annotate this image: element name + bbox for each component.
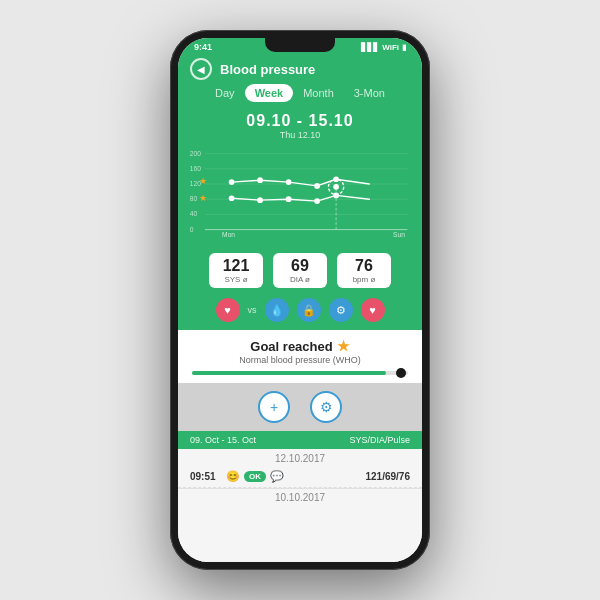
- svg-point-20: [257, 197, 263, 203]
- ok-badge: OK: [244, 471, 266, 482]
- star-icon: ★: [337, 338, 350, 354]
- stats-row: 121 SYS ø 69 DIA ø 76 bpm ø: [178, 247, 422, 294]
- svg-point-19: [229, 195, 235, 201]
- svg-point-15: [257, 177, 263, 183]
- drop-icon[interactable]: 💧: [265, 298, 289, 322]
- date-range-sub: Thu 12.10: [178, 130, 422, 140]
- systolic-label: SYS ø: [219, 275, 253, 284]
- progress-bar: [192, 371, 408, 375]
- entry-time: 09:51: [190, 471, 218, 482]
- notch: [265, 38, 335, 52]
- systolic-value: 121: [219, 257, 253, 275]
- entry-reading: 121/69/76: [366, 471, 411, 482]
- wifi-icon: WiFi: [382, 43, 399, 52]
- tabs-bar: Day Week Month 3-Mon: [178, 84, 422, 108]
- date-range-main: 09.10 - 15.10: [178, 112, 422, 130]
- list-date-2: 10.10.2017: [178, 488, 422, 505]
- blood-pressure-chart: 200 160 120 80 40 0 ★ ★: [178, 142, 422, 247]
- stat-pulse: 76 bpm ø: [337, 253, 391, 288]
- page-title: Blood pressure: [220, 62, 315, 77]
- add-button[interactable]: +: [258, 391, 290, 423]
- chart-svg: 200 160 120 80 40 0 ★ ★: [178, 146, 422, 241]
- phone-screen: 9:41 ▋▋▋ WiFi ▮ ◀ Blood pressure Day Wee…: [178, 38, 422, 562]
- list-header: 09. Oct - 15. Oct SYS/DIA/Pulse: [178, 431, 422, 449]
- tab-month[interactable]: Month: [293, 84, 344, 102]
- list-item[interactable]: 09:51 😊 OK 💬 121/69/76: [178, 466, 422, 488]
- date-range: 09.10 - 15.10 Thu 12.10: [178, 108, 422, 142]
- svg-text:0: 0: [190, 226, 194, 233]
- vs-label: vs: [248, 305, 257, 315]
- goal-subtitle: Normal blood pressure (WHO): [192, 355, 408, 365]
- face-icon: 😊: [226, 470, 240, 483]
- pulse-label: bpm ø: [347, 275, 381, 284]
- entry-icons: 😊 OK 💬: [226, 470, 358, 483]
- list-date-range: 09. Oct - 15. Oct: [190, 435, 256, 445]
- svg-text:Mon: Mon: [222, 231, 235, 238]
- stat-diastolic: 69 DIA ø: [273, 253, 327, 288]
- heart2-icon[interactable]: ♥: [361, 298, 385, 322]
- diastolic-label: DIA ø: [283, 275, 317, 284]
- svg-text:Sun: Sun: [393, 231, 405, 238]
- back-button[interactable]: ◀: [190, 58, 212, 80]
- svg-text:200: 200: [190, 150, 201, 157]
- lock-icon[interactable]: 🔒: [297, 298, 321, 322]
- diastolic-value: 69: [283, 257, 317, 275]
- list-section: 12.10.2017 09:51 😊 OK 💬 121/69/76 10.10.…: [178, 449, 422, 562]
- status-icons: ▋▋▋ WiFi ▮: [361, 43, 406, 52]
- goal-title-text: Goal reached: [250, 339, 332, 354]
- stat-systolic: 121 SYS ø: [209, 253, 263, 288]
- goal-section: Goal reached ★ Normal blood pressure (WH…: [178, 330, 422, 383]
- phone-frame: 9:41 ▋▋▋ WiFi ▮ ◀ Blood pressure Day Wee…: [170, 30, 430, 570]
- battery-icon: ▮: [402, 43, 406, 52]
- list-columns: SYS/DIA/Pulse: [349, 435, 410, 445]
- settings-icon-row[interactable]: ⚙: [329, 298, 353, 322]
- progress-dot: [396, 368, 406, 378]
- svg-point-21: [286, 196, 292, 202]
- heart-icon[interactable]: ♥: [216, 298, 240, 322]
- list-date-1: 12.10.2017: [178, 449, 422, 466]
- goal-title: Goal reached ★: [192, 338, 408, 354]
- svg-text:80: 80: [190, 195, 198, 202]
- svg-text:★: ★: [199, 193, 207, 203]
- svg-point-22: [314, 198, 320, 204]
- signal-icon: ▋▋▋: [361, 43, 379, 52]
- tab-3month[interactable]: 3-Mon: [344, 84, 395, 102]
- svg-point-16: [286, 179, 292, 185]
- svg-text:★: ★: [199, 176, 207, 186]
- progress-fill: [192, 371, 386, 375]
- status-time: 9:41: [194, 42, 212, 52]
- pulse-value: 76: [347, 257, 381, 275]
- svg-text:40: 40: [190, 210, 198, 217]
- action-row: + ⚙: [178, 383, 422, 431]
- svg-point-14: [229, 179, 235, 185]
- icon-row: ♥ vs 💧 🔒 ⚙ ♥: [178, 294, 422, 330]
- tab-day[interactable]: Day: [205, 84, 245, 102]
- svg-text:160: 160: [190, 165, 201, 172]
- tab-week[interactable]: Week: [245, 84, 294, 102]
- chat-icon: 💬: [270, 470, 284, 483]
- app-header: ◀ Blood pressure: [178, 54, 422, 84]
- svg-point-17: [314, 183, 320, 189]
- settings-button[interactable]: ⚙: [310, 391, 342, 423]
